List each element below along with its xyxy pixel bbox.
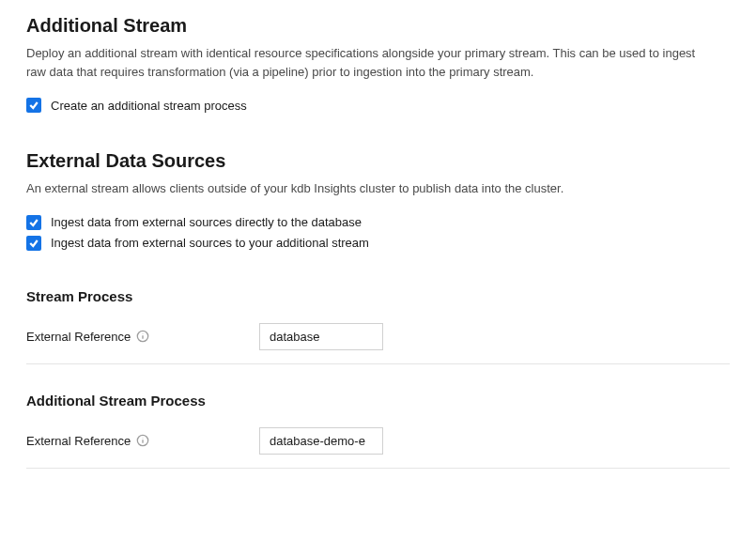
additional-stream-process-title: Additional Stream Process <box>26 393 730 409</box>
additional-stream-process-field-label: External Reference <box>26 434 167 448</box>
external-reference-label-text: External Reference <box>26 330 131 344</box>
ingest-direct-label: Ingest data from external sources direct… <box>51 215 362 229</box>
stream-process-external-reference-input[interactable] <box>259 323 383 350</box>
external-data-sources-description: An external stream allows clients outsid… <box>26 179 702 198</box>
ingest-additional-row: Ingest data from external sources to you… <box>26 236 730 251</box>
divider <box>26 468 730 469</box>
check-icon <box>28 100 39 111</box>
additional-stream-section: Additional Stream Deploy an additional s… <box>26 15 730 113</box>
external-reference-label-text: External Reference <box>26 434 131 448</box>
ingest-additional-checkbox[interactable] <box>26 236 41 251</box>
stream-process-title: Stream Process <box>26 288 730 304</box>
ingest-direct-checkbox[interactable] <box>26 215 41 230</box>
create-additional-stream-label: Create an additional stream process <box>51 99 247 113</box>
ingest-direct-row: Ingest data from external sources direct… <box>26 215 730 230</box>
additional-stream-process-section: Additional Stream Process External Refer… <box>26 393 730 469</box>
additional-stream-process-field-row: External Reference <box>26 427 730 455</box>
additional-stream-description: Deploy an additional stream with identic… <box>26 44 702 81</box>
additional-stream-process-external-reference-input[interactable] <box>259 427 383 455</box>
external-data-sources-section: External Data Sources An external stream… <box>26 150 730 251</box>
info-icon[interactable] <box>136 330 149 343</box>
additional-stream-title: Additional Stream <box>26 15 730 37</box>
svg-point-2 <box>143 333 144 334</box>
divider <box>26 363 730 364</box>
stream-process-field-label: External Reference <box>26 330 167 344</box>
create-additional-stream-checkbox[interactable] <box>26 98 41 113</box>
info-icon[interactable] <box>136 434 149 447</box>
create-additional-stream-row: Create an additional stream process <box>26 98 730 113</box>
check-icon <box>28 238 39 249</box>
check-icon <box>28 217 39 228</box>
stream-process-section: Stream Process External Reference <box>26 288 730 364</box>
ingest-additional-label: Ingest data from external sources to you… <box>51 236 369 250</box>
stream-process-field-row: External Reference <box>26 323 730 350</box>
svg-point-5 <box>143 438 144 439</box>
external-data-sources-title: External Data Sources <box>26 150 730 172</box>
